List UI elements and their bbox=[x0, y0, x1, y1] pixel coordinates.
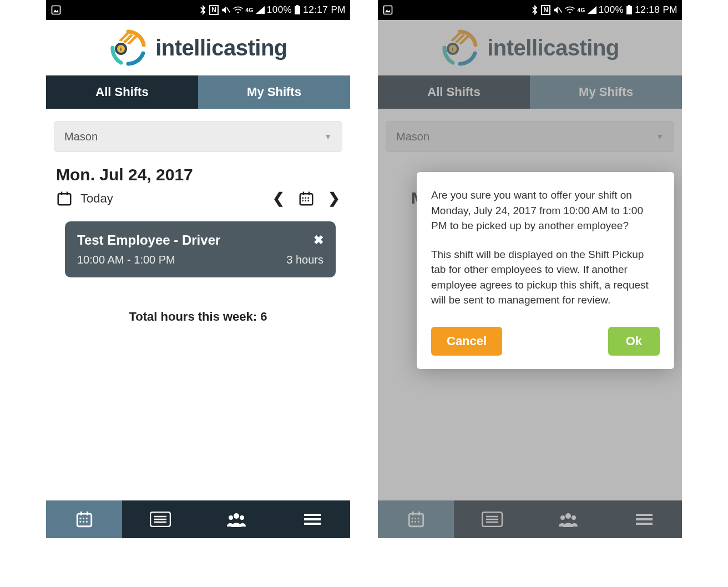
nfc-icon: N bbox=[541, 5, 550, 15]
svg-point-3 bbox=[237, 12, 239, 13]
employee-select-value: Mason bbox=[64, 130, 98, 143]
svg-rect-14 bbox=[61, 191, 63, 195]
svg-rect-23 bbox=[305, 200, 307, 201]
calendar-today-icon[interactable] bbox=[56, 190, 73, 207]
prev-day-button[interactable]: ❮ bbox=[272, 190, 285, 207]
svg-point-47 bbox=[569, 12, 571, 13]
svg-rect-6 bbox=[296, 5, 299, 6]
phone-right: N 4G 100% 12:18 PM i intellicasting All … bbox=[378, 0, 682, 538]
nav-team[interactable] bbox=[198, 500, 274, 538]
dialog-text-1: Are you sure you want to offer your shif… bbox=[431, 188, 660, 234]
app-logo-icon: i bbox=[109, 28, 148, 67]
total-hours-label: Total hours this week: 6 bbox=[54, 310, 342, 324]
battery-percent: 100% bbox=[599, 4, 624, 16]
close-icon[interactable]: ✖ bbox=[314, 233, 323, 247]
svg-rect-33 bbox=[85, 521, 87, 523]
employee-select[interactable]: Mason ▼ bbox=[54, 121, 342, 152]
cancel-button[interactable]: Cancel bbox=[431, 327, 502, 356]
chevron-down-icon: ▼ bbox=[324, 132, 332, 141]
svg-rect-24 bbox=[308, 200, 310, 201]
svg-point-39 bbox=[229, 515, 233, 520]
svg-rect-17 bbox=[303, 191, 305, 195]
svg-rect-30 bbox=[85, 518, 87, 519]
status-bar: N 4G 100% 12:17 PM bbox=[46, 0, 350, 20]
calendar-picker-icon[interactable] bbox=[298, 190, 315, 207]
bottom-nav bbox=[46, 500, 350, 538]
tab-my-shifts[interactable]: My Shifts bbox=[198, 75, 350, 109]
date-heading: Mon. Jul 24, 2017 bbox=[56, 165, 342, 184]
shift-card[interactable]: Test Employee - Driver ✖ 10:00 AM - 1:00… bbox=[65, 221, 336, 277]
clock-time: 12:17 PM bbox=[303, 4, 346, 16]
mute-icon bbox=[553, 5, 563, 15]
svg-rect-43 bbox=[304, 523, 321, 525]
main-content: Mason ▼ Mon. Jul 24, 2017 Today ❮ ❯ Test… bbox=[46, 109, 350, 500]
wifi-icon bbox=[565, 6, 575, 14]
nav-schedule[interactable] bbox=[46, 500, 122, 538]
svg-text:i: i bbox=[120, 46, 122, 52]
svg-rect-0 bbox=[52, 6, 60, 14]
svg-rect-32 bbox=[83, 521, 84, 523]
svg-point-40 bbox=[240, 515, 244, 520]
svg-rect-15 bbox=[67, 191, 68, 195]
ok-button[interactable]: Ok bbox=[608, 327, 660, 356]
svg-line-46 bbox=[559, 8, 562, 13]
today-label[interactable]: Today bbox=[80, 191, 113, 206]
battery-icon bbox=[294, 5, 301, 15]
date-nav: Today ❮ ❯ bbox=[54, 190, 342, 207]
svg-rect-28 bbox=[79, 518, 81, 519]
svg-rect-19 bbox=[302, 197, 304, 199]
app-header: i intellicasting bbox=[46, 20, 350, 75]
network-label: 4G bbox=[577, 7, 585, 13]
svg-marker-4 bbox=[256, 6, 265, 14]
mute-icon bbox=[221, 5, 231, 15]
svg-rect-49 bbox=[626, 6, 632, 14]
svg-rect-16 bbox=[300, 194, 313, 205]
svg-rect-25 bbox=[77, 514, 92, 527]
tab-all-shifts[interactable]: All Shifts bbox=[46, 75, 198, 109]
svg-line-2 bbox=[227, 8, 230, 13]
nav-menu[interactable] bbox=[274, 500, 350, 538]
picture-icon bbox=[382, 4, 393, 16]
svg-point-38 bbox=[234, 513, 239, 519]
svg-rect-26 bbox=[80, 512, 82, 515]
signal-icon bbox=[588, 6, 596, 14]
confirm-dialog: Are you sure you want to offer your shif… bbox=[417, 172, 674, 369]
svg-marker-48 bbox=[588, 6, 596, 14]
svg-marker-45 bbox=[385, 9, 391, 12]
svg-rect-20 bbox=[305, 197, 307, 199]
signal-icon bbox=[256, 6, 265, 14]
phone-left: N 4G 100% 12:17 PM bbox=[46, 0, 350, 538]
network-label: 4G bbox=[245, 7, 253, 13]
svg-rect-13 bbox=[58, 194, 71, 205]
svg-rect-27 bbox=[87, 512, 88, 515]
shift-duration: 3 hours bbox=[286, 254, 323, 266]
bluetooth-icon bbox=[531, 5, 539, 15]
clock-time: 12:18 PM bbox=[635, 4, 678, 16]
wifi-icon bbox=[233, 6, 243, 14]
svg-rect-31 bbox=[79, 521, 81, 523]
svg-rect-22 bbox=[302, 200, 304, 201]
svg-rect-41 bbox=[304, 514, 321, 516]
picture-icon bbox=[50, 4, 62, 16]
svg-rect-42 bbox=[304, 518, 321, 520]
svg-rect-5 bbox=[295, 6, 300, 14]
next-day-button[interactable]: ❯ bbox=[328, 190, 340, 207]
brand-name: intellicasting bbox=[155, 36, 287, 60]
bluetooth-icon bbox=[199, 5, 207, 15]
svg-rect-50 bbox=[628, 5, 630, 6]
svg-rect-18 bbox=[309, 191, 310, 195]
svg-rect-21 bbox=[308, 197, 310, 199]
svg-marker-1 bbox=[53, 9, 59, 12]
shift-title: Test Employee - Driver bbox=[77, 232, 220, 248]
nfc-icon: N bbox=[209, 5, 219, 15]
battery-percent: 100% bbox=[267, 4, 292, 16]
svg-rect-44 bbox=[384, 6, 392, 14]
shift-time: 10:00 AM - 1:00 PM bbox=[77, 254, 175, 266]
dialog-text-2: This shift will be displayed on the Shif… bbox=[431, 247, 660, 308]
svg-rect-29 bbox=[83, 518, 84, 519]
nav-list[interactable] bbox=[122, 500, 198, 538]
top-tabs: All Shifts My Shifts bbox=[46, 75, 350, 109]
battery-icon bbox=[626, 5, 633, 15]
status-bar: N 4G 100% 12:18 PM bbox=[378, 0, 682, 20]
